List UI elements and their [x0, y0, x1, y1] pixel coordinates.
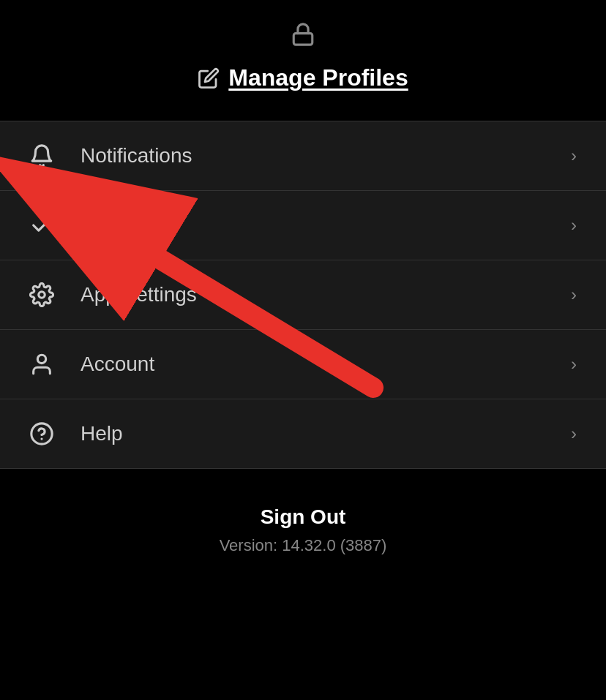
- pencil-icon: [198, 67, 220, 89]
- menu-item-account[interactable]: Account ›: [0, 330, 606, 399]
- manage-profiles-button[interactable]: Manage Profiles: [198, 64, 408, 91]
- notifications-label: Notifications: [81, 144, 571, 168]
- manage-profiles-label: Manage Profiles: [228, 64, 408, 91]
- svg-rect-0: [293, 34, 313, 45]
- my-list-label: My List: [81, 214, 571, 237]
- gear-icon: [29, 282, 66, 307]
- svg-point-1: [39, 292, 45, 298]
- menu-item-my-list[interactable]: My List ›: [0, 191, 606, 260]
- chevron-right-icon: ›: [571, 146, 577, 166]
- version-text: Version: 14.32.0 (3887): [220, 536, 387, 555]
- chevron-right-icon: ›: [571, 285, 577, 305]
- chevron-right-icon: ›: [571, 215, 577, 236]
- chevron-right-icon: ›: [571, 354, 577, 375]
- top-section: Manage Profiles: [0, 0, 606, 121]
- sign-out-button[interactable]: Sign Out: [261, 505, 346, 529]
- menu-section: Notifications › My List › App Settings ›: [0, 121, 606, 469]
- account-label: Account: [81, 353, 571, 376]
- bottom-section: Sign Out Version: 14.32.0 (3887): [0, 469, 606, 577]
- svg-point-2: [37, 355, 45, 363]
- bell-icon: [29, 143, 66, 168]
- help-label: Help: [81, 422, 571, 445]
- menu-item-notifications[interactable]: Notifications ›: [0, 121, 606, 191]
- help-icon: [29, 421, 66, 446]
- lock-icon: [291, 22, 315, 47]
- app-settings-label: App Settings: [81, 283, 571, 306]
- person-icon: [29, 352, 66, 377]
- lock-icon-container: [291, 22, 315, 50]
- checkmark-icon: [29, 213, 66, 238]
- menu-item-help[interactable]: Help ›: [0, 399, 606, 469]
- chevron-right-icon: ›: [571, 424, 577, 444]
- menu-item-app-settings[interactable]: App Settings ›: [0, 260, 606, 330]
